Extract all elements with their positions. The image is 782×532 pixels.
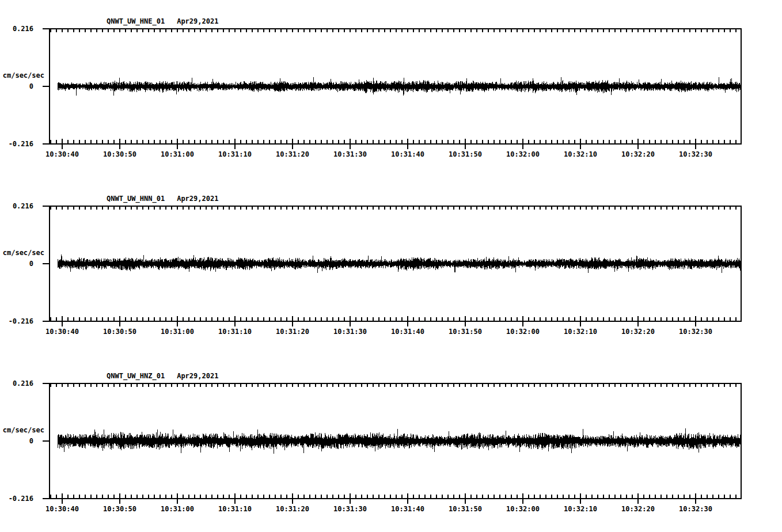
x-axis-tick-label: 10:30:50 (91, 505, 149, 513)
x-axis-tick-label: 10:32:20 (609, 150, 667, 158)
x-axis-tick-label: 10:31:10 (206, 150, 264, 158)
x-axis-time-labels: 10:30:4010:30:5010:31:0010:31:1010:31:20… (0, 150, 782, 159)
seismogram-panel-hnz: QNWT_UW_HNZ_01Apr29,2021 0.216 cm/sec/se… (0, 355, 782, 532)
x-axis-tick-label: 10:31:30 (321, 505, 379, 513)
x-axis-tick-label: 10:30:40 (33, 505, 91, 513)
x-axis-tick-label: 10:31:20 (264, 505, 321, 513)
x-axis-tick-label: 10:32:30 (667, 150, 724, 158)
y-axis-zero-label: 0 (0, 260, 33, 268)
seismogram-panel-hnn: QNWT_UW_HNN_01Apr29,2021 0.216 cm/sec/se… (0, 177, 782, 355)
trace-date-label: Apr29,2021 (177, 195, 218, 203)
x-axis-tick-label: 10:31:00 (149, 150, 206, 158)
y-axis-max-label: 0.216 (0, 379, 33, 387)
x-axis-tick-label: 10:32:20 (609, 505, 667, 513)
trace-title: QNWT_UW_HNN_01Apr29,2021 (107, 195, 218, 203)
x-axis-tick-label: 10:31:40 (379, 150, 436, 158)
x-axis-tick-label: 10:32:10 (552, 328, 609, 336)
x-axis-tick-label: 10:30:50 (91, 328, 149, 336)
x-axis-tick-label: 10:31:10 (206, 328, 264, 336)
x-axis-tick-label: 10:32:10 (552, 150, 609, 158)
x-axis-tick-label: 10:31:00 (149, 505, 206, 513)
x-axis-tick-label: 10:31:20 (264, 328, 321, 336)
trace-station-label: QNWT_UW_HNN_01 (107, 195, 165, 203)
x-axis-tick-label: 10:32:00 (494, 150, 552, 158)
y-axis-min-label: -0.216 (0, 495, 33, 503)
y-axis-max-label: 0.216 (0, 25, 33, 33)
x-axis-tick-label: 10:30:40 (33, 150, 91, 158)
x-axis-tick-label: 10:31:50 (436, 150, 494, 158)
x-axis-tick-label: 10:31:40 (379, 328, 436, 336)
x-axis-tick-label: 10:32:00 (494, 505, 552, 513)
x-axis-time-labels: 10:30:4010:30:5010:31:0010:31:1010:31:20… (0, 328, 782, 337)
trace-title: QNWT_UW_HNE_01Apr29,2021 (107, 17, 218, 25)
seismogram-panel-hne: QNWT_UW_HNE_01Apr29,2021 0.216 cm/sec/se… (0, 0, 782, 177)
x-axis-tick-label: 10:32:00 (494, 328, 552, 336)
y-axis-zero-label: 0 (0, 82, 33, 90)
x-axis-tick-label: 10:30:50 (91, 150, 149, 158)
x-axis-tick-label: 10:32:30 (667, 328, 724, 336)
x-axis-tick-label: 10:31:40 (379, 505, 436, 513)
x-axis-tick-label: 10:32:10 (552, 505, 609, 513)
trace-date-label: Apr29,2021 (177, 17, 218, 25)
y-axis-min-label: -0.216 (0, 140, 33, 148)
x-axis-tick-label: 10:31:50 (436, 505, 494, 513)
x-axis-tick-label: 10:31:10 (206, 505, 264, 513)
y-axis-unit-label: cm/sec/sec (0, 71, 44, 79)
trace-date-label: Apr29,2021 (177, 372, 218, 380)
x-axis-tick-label: 10:31:50 (436, 328, 494, 336)
y-axis-unit-label: cm/sec/sec (0, 249, 44, 257)
x-axis-tick-label: 10:31:00 (149, 328, 206, 336)
x-axis-tick-label: 10:32:30 (667, 505, 724, 513)
y-axis-max-label: 0.216 (0, 202, 33, 210)
y-axis-min-label: -0.216 (0, 317, 33, 325)
x-axis-tick-label: 10:32:20 (609, 328, 667, 336)
trace-title: QNWT_UW_HNZ_01Apr29,2021 (107, 372, 218, 380)
x-axis-tick-label: 10:31:30 (321, 150, 379, 158)
x-axis-time-labels: 10:30:4010:30:5010:31:0010:31:1010:31:20… (0, 505, 782, 514)
y-axis-unit-label: cm/sec/sec (0, 426, 44, 434)
y-axis-zero-label: 0 (0, 437, 33, 445)
trace-station-label: QNWT_UW_HNZ_01 (107, 372, 165, 380)
x-axis-tick-label: 10:30:40 (33, 328, 91, 336)
x-axis-tick-label: 10:31:30 (321, 328, 379, 336)
trace-station-label: QNWT_UW_HNE_01 (107, 17, 165, 25)
x-axis-tick-label: 10:31:20 (264, 150, 321, 158)
